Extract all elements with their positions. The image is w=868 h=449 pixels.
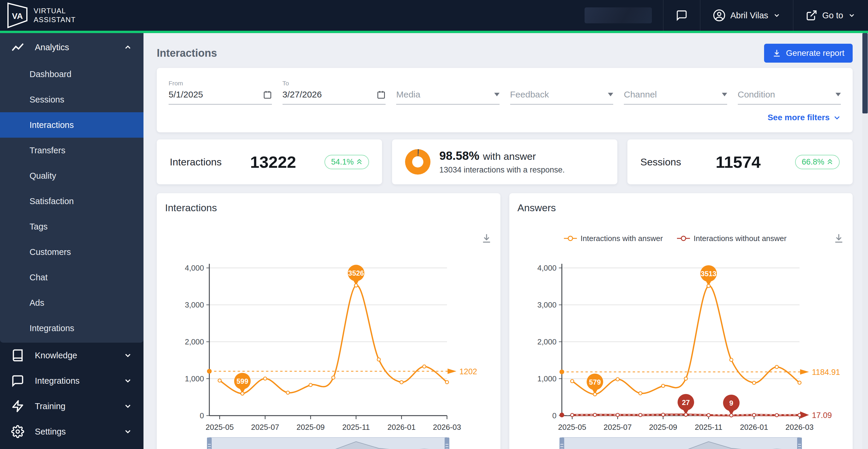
legend-label: Interactions without answer [693, 234, 786, 243]
trend-badge: 54.1% [324, 155, 369, 169]
filter-dropdown-channel[interactable]: Channel [624, 80, 727, 104]
chart-title: Interactions [165, 202, 492, 214]
sidebar-item-satisfaction[interactable]: Satisfaction [0, 188, 144, 214]
scrollbar-thumb[interactable] [862, 33, 868, 114]
answer-suffix: with answer [483, 151, 536, 162]
chevron-down-icon [833, 114, 841, 121]
answer-rate-card: 98.58%with answer 13034 interactions wit… [392, 140, 617, 184]
chart-title: Answers [518, 202, 845, 214]
svg-text:3,000: 3,000 [537, 300, 556, 309]
chevron-up-icon [123, 43, 132, 52]
svg-text:0: 0 [200, 411, 204, 420]
svg-text:0: 0 [552, 411, 556, 420]
download-icon [833, 233, 844, 244]
sidebar-group-analytics[interactable]: Analytics [0, 33, 144, 61]
svg-text:579: 579 [589, 378, 600, 386]
date-to-field[interactable]: To 3/27/2026 [283, 80, 386, 104]
answer-texts: 98.58%with answer 13034 interactions wit… [439, 149, 565, 175]
chevron-down-icon [123, 427, 132, 436]
svg-text:2025-05: 2025-05 [206, 423, 234, 431]
filter-dropdown-media[interactable]: Media [396, 80, 500, 104]
filter-card: From 5/1/2025 To 3/27/2026 [157, 68, 852, 132]
answers-line-chart[interactable]: 01,0002,0003,0004,0002025-052025-072025-… [518, 247, 844, 449]
chat-bubble-icon [11, 374, 24, 387]
date-from-field[interactable]: From 5/1/2025 [168, 80, 272, 104]
chart-download-button[interactable] [833, 233, 844, 244]
sidebar-group-label: Integrations [35, 376, 80, 386]
sidebar-item-customers[interactable]: Customers [0, 239, 144, 265]
legend-item-interactions-with-answer[interactable]: Interactions with answer [564, 234, 663, 243]
chat-button[interactable] [663, 0, 700, 31]
sidebar-group-settings[interactable]: Settings [0, 419, 144, 444]
svg-text:2026-03: 2026-03 [433, 423, 461, 431]
date-to-label: To [283, 80, 386, 88]
sidebar-item-ads[interactable]: Ads [0, 290, 144, 316]
stat-value: 13222 [250, 152, 296, 172]
dropdown-placeholder: Feedback [510, 90, 549, 99]
badge-value: 66.8% [802, 157, 824, 167]
sidebar-group-integrations[interactable]: Integrations [0, 368, 144, 393]
stat-value: 11574 [716, 152, 761, 172]
badge-value: 54.1% [331, 157, 354, 167]
dropdown-triangle-icon [836, 93, 841, 96]
brand-name: VIRTUAL ASSISTANT [34, 6, 75, 24]
chart-download-button[interactable] [481, 233, 492, 244]
date-from-value: 5/1/2025 [168, 90, 203, 99]
svg-text:27: 27 [682, 398, 690, 407]
legend-label: Interactions with answer [581, 234, 663, 243]
svg-text:2025-09: 2025-09 [649, 423, 677, 431]
svg-text:2025-11: 2025-11 [695, 423, 722, 431]
external-link-icon [806, 9, 817, 21]
interactions-chart-card: Interactions 01,0002,0003,0004,0002025-0… [157, 193, 500, 449]
generate-report-button[interactable]: Generate report [764, 44, 852, 63]
topbar-right: Abril Vilas Go to [585, 0, 868, 31]
calendar-icon[interactable] [377, 90, 385, 99]
chart-toolbar [165, 231, 492, 245]
sidebar-item-interactions[interactable]: Interactions [0, 112, 144, 138]
chart-legend: Interactions with answerInteractions wit… [518, 234, 833, 243]
svg-text:9: 9 [729, 399, 733, 407]
chevron-down-icon [123, 402, 132, 411]
filter-dropdown-feedback[interactable]: Feedback [510, 80, 614, 104]
svg-text:2,000: 2,000 [185, 337, 204, 346]
sidebar-item-tags[interactable]: Tags [0, 214, 144, 239]
sidebar-item-integrations[interactable]: Integrations [0, 316, 144, 341]
filter-row: From 5/1/2025 To 3/27/2026 [168, 80, 841, 104]
svg-text:2025-07: 2025-07 [251, 423, 279, 431]
svg-text:17.09: 17.09 [812, 411, 832, 420]
see-more-filters[interactable]: See more filters [168, 113, 841, 122]
svg-text:2026-03: 2026-03 [785, 423, 813, 431]
page-head: Interactions Generate report [157, 41, 852, 66]
svg-text:4,000: 4,000 [537, 264, 556, 272]
interactions-stat-card: Interactions 13222 54.1% [157, 140, 382, 184]
sidebar-group-training[interactable]: Training [0, 393, 144, 419]
chevron-down-icon [773, 11, 781, 19]
sidebar-item-quality[interactable]: Quality [0, 163, 144, 188]
sidebar-item-dashboard[interactable]: Dashboard [0, 61, 144, 87]
user-menu[interactable]: Abril Vilas [700, 0, 793, 31]
dropdown-placeholder: Channel [624, 90, 657, 99]
dropdown-placeholder: Media [396, 90, 421, 99]
goto-menu[interactable]: Go to [793, 0, 868, 31]
trending-up-icon [11, 41, 24, 54]
interactions-line-chart[interactable]: 01,0002,0003,0004,0002025-052025-072025-… [165, 247, 492, 449]
accent-bar [0, 31, 868, 33]
legend-item-interactions-without-answer[interactable]: Interactions without answer [677, 234, 786, 243]
sidebar-item-sessions[interactable]: Sessions [0, 87, 144, 112]
sidebar-item-transfers[interactable]: Transfers [0, 138, 144, 163]
svg-text:2,000: 2,000 [537, 337, 556, 346]
filter-dropdown-condition[interactable]: Condition [738, 80, 841, 104]
svg-text:3,000: 3,000 [185, 300, 204, 309]
charts-row: Interactions 01,0002,0003,0004,0002025-0… [157, 193, 852, 449]
sidebar-group-label: Analytics [35, 42, 69, 52]
book-icon [11, 349, 24, 362]
sidebar-item-chat[interactable]: Chat [0, 265, 144, 290]
sidebar-group-label: Knowledge [35, 351, 78, 360]
sidebar-group-knowledge[interactable]: Knowledge [0, 343, 144, 368]
download-icon [772, 49, 781, 58]
page-title: Interactions [157, 47, 217, 59]
svg-text:3526: 3526 [348, 269, 364, 277]
calendar-icon[interactable] [263, 90, 272, 99]
brand: VA VIRTUAL ASSISTANT [0, 2, 75, 28]
brand-line2: ASSISTANT [34, 16, 75, 24]
